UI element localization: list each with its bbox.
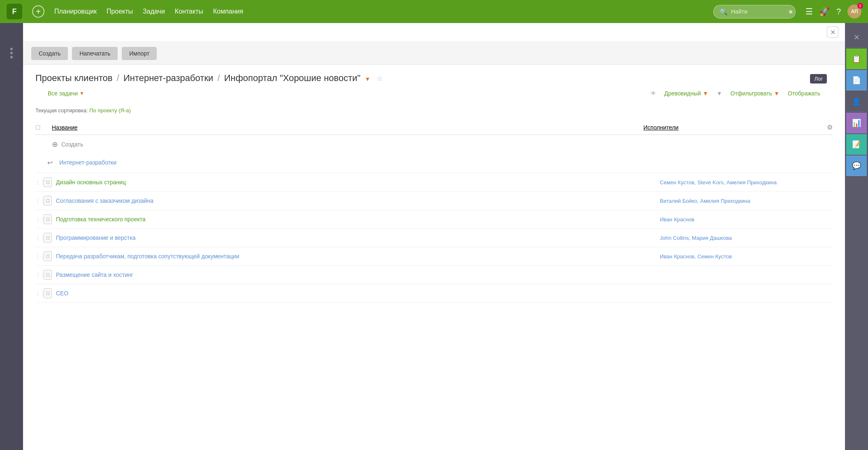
sidebar-edit-button[interactable]: ✕: [846, 27, 867, 48]
drag-handle-icon: ⋮⋮: [35, 235, 44, 241]
task-assignees: Виталий Бойко, Амелия Приходкина: [660, 198, 833, 204]
view-button[interactable]: Древовидный ▼: [664, 90, 708, 97]
all-tasks-arrow-icon: ▼: [79, 90, 84, 96]
rocket-icon[interactable]: 🚀: [819, 7, 830, 16]
task-assignees: John Collins, Мария Дашкова: [660, 235, 833, 241]
task-status-icon: ☐: [44, 196, 52, 206]
sidebar-notes-button[interactable]: 📝: [846, 134, 867, 155]
table-row: ⋮⋮ ☐ Согласования с заказчиком дизайна В…: [35, 192, 833, 210]
settings-gear-icon[interactable]: ⚙: [827, 124, 833, 131]
filter-button[interactable]: Отфильтровать ▼: [731, 90, 780, 97]
task-status-icon: ☐: [44, 177, 52, 187]
sidebar-reports-button[interactable]: 📊: [846, 113, 867, 133]
drag-handle-icon: ⋮⋮: [35, 179, 44, 185]
checkbox-icon: ☐: [35, 124, 41, 131]
back-icon[interactable]: ↩: [44, 156, 56, 169]
view-arrow-icon: ▼: [703, 90, 708, 97]
sidebar-contacts-button[interactable]: 👤: [846, 91, 867, 112]
main-layout: ✕ Создать Напечатать Импорт Проекты клие…: [0, 23, 868, 450]
header-check: ☐: [35, 124, 52, 131]
help-icon[interactable]: ?: [836, 7, 841, 16]
task-status-icon: ☐: [44, 270, 52, 280]
all-tasks-filter[interactable]: Все задачи ▼: [48, 90, 84, 97]
display-label: Отображать: [788, 90, 820, 97]
logo[interactable]: F: [7, 4, 22, 19]
nav-projects[interactable]: Проекты: [107, 8, 133, 15]
search-bar[interactable]: 🔍 ★: [713, 5, 796, 19]
avatar[interactable]: АП 1: [847, 5, 861, 19]
nav-tasks[interactable]: Задачи: [143, 8, 165, 15]
breadcrumb: Проекты клиентов / Интернет-разработки /…: [35, 73, 833, 84]
sidebar-dot-3: [10, 56, 13, 58]
table-row: ⋮⋮ ☐ Подготовка технического проекта Ива…: [35, 210, 833, 229]
sort-value[interactable]: По проекту (Я-а): [89, 107, 131, 114]
menu-icon[interactable]: ☰: [805, 7, 813, 16]
table-row: ⋮⋮ ☐ Размещение сайта и хостинг: [35, 266, 833, 284]
breadcrumb-sep-1: /: [117, 73, 122, 83]
task-assignees: Иван Краснов, Семен Кустов: [660, 253, 833, 260]
import-button[interactable]: Импорт: [122, 47, 157, 60]
task-checkbox[interactable]: ☐: [44, 196, 56, 206]
task-checkbox[interactable]: ☐: [44, 214, 56, 224]
task-name[interactable]: Программирование и верстка: [56, 234, 660, 241]
sidebar-dot-1: [10, 48, 13, 50]
drag-handle-icon: ⋮⋮: [35, 272, 44, 278]
task-checkbox[interactable]: ☐: [44, 251, 56, 261]
col-name-header[interactable]: Название: [52, 124, 643, 131]
sidebar-dot-2: [10, 52, 13, 54]
task-checkbox[interactable]: ☐: [44, 233, 56, 243]
task-name[interactable]: Дизайн основных страниц: [56, 179, 660, 186]
filter-label: Отфильтровать: [731, 90, 772, 97]
drag-handle-icon: ⋮⋮: [35, 253, 44, 259]
create-plus-icon: ⊕: [52, 140, 58, 149]
filter-arrow-icon: ▼: [774, 90, 780, 97]
nav-planner[interactable]: Планировщик: [54, 8, 97, 15]
col-settings-header: ⚙: [816, 123, 833, 131]
task-checkbox[interactable]: ☐: [44, 177, 56, 187]
all-tasks-label: Все задачи: [48, 90, 78, 97]
search-star-icon: ★: [788, 8, 794, 16]
create-task-row[interactable]: ⊕ Создать: [35, 135, 833, 152]
drag-handle-icon: ⋮⋮: [35, 216, 44, 222]
display-button[interactable]: Отображать: [788, 90, 820, 97]
breadcrumb-part-1[interactable]: Проекты клиентов: [35, 73, 113, 83]
task-checkbox[interactable]: ☐: [44, 288, 56, 298]
sidebar-dots: [10, 48, 13, 58]
close-button[interactable]: ✕: [827, 26, 838, 38]
sidebar-tasks-button[interactable]: 📋: [846, 49, 867, 69]
task-name[interactable]: Подготовка технического проекта: [56, 216, 660, 223]
nav-company[interactable]: Компания: [213, 8, 243, 15]
task-assignees: Иван Краснов: [660, 216, 833, 223]
search-input[interactable]: [731, 8, 784, 15]
nav-icons: ☰ 🚀 ? АП 1: [805, 5, 861, 19]
add-button[interactable]: +: [32, 5, 44, 18]
sort-info: Текущая сортировка: По проекту (Я-а): [23, 106, 845, 120]
print-button[interactable]: Напечатать: [72, 47, 118, 60]
col-assignee-header[interactable]: Исполнители: [643, 124, 816, 131]
parent-task-name[interactable]: Интернет-разработки: [59, 159, 660, 166]
toolbar: Создать Напечатать Импорт: [23, 41, 845, 65]
top-navigation: F + Планировщик Проекты Задачи Контакты …: [0, 0, 868, 23]
sidebar-chat-button[interactable]: 💬: [846, 155, 867, 176]
nav-contacts[interactable]: Контакты: [175, 8, 203, 15]
sort-label: Текущая сортировка:: [35, 107, 88, 114]
breadcrumb-sep-2: /: [217, 73, 222, 83]
create-label: Создать: [61, 141, 83, 148]
sidebar-docs-button[interactable]: 📄: [846, 70, 867, 90]
task-checkbox[interactable]: ☐: [44, 270, 56, 280]
favorite-star-icon[interactable]: ☆: [376, 74, 383, 83]
task-name[interactable]: Размещение сайта и хостинг: [56, 271, 660, 278]
task-name[interactable]: Согласования с заказчиком дизайна: [56, 197, 660, 204]
dropdown-arrow-icon[interactable]: ▼: [365, 76, 371, 82]
task-name[interactable]: CEO: [56, 290, 660, 297]
create-button[interactable]: Создать: [31, 47, 68, 60]
table-row: ⋮⋮ ☐ Программирование и верстка John Col…: [35, 229, 833, 247]
task-name[interactable]: Передача разработчикам, подготовка сопут…: [56, 253, 660, 260]
breadcrumb-part-3: Инфопортал "Хорошие новости": [224, 73, 361, 83]
breadcrumb-part-2[interactable]: Интернет-разработки: [123, 73, 213, 83]
drag-handle-icon: ⋮⋮: [35, 290, 44, 296]
view-label: Древовидный: [664, 90, 701, 97]
close-area: ✕: [23, 23, 845, 41]
search-icon: 🔍: [719, 8, 728, 16]
table-header: ☐ Название Исполнители ⚙: [35, 120, 833, 135]
